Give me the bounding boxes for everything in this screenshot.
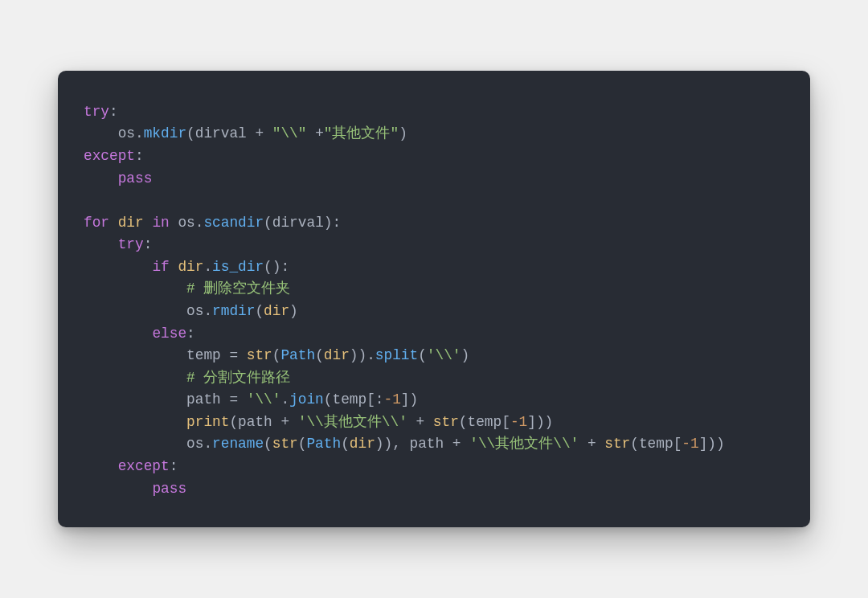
code-token: + (306, 125, 323, 141)
code-token: : (170, 458, 178, 474)
code-line: pass (84, 481, 186, 497)
code-token: rename (212, 436, 264, 452)
code-line: os.rmdir(dir) (84, 303, 298, 319)
code-token: except (84, 148, 135, 164)
code-token: split (375, 347, 418, 363)
code-token: # 删除空文件夹 (186, 281, 290, 297)
code-token: = (221, 391, 247, 408)
code-token: dirval (195, 125, 247, 141)
code-line: if dir.is_dir(): (84, 259, 289, 275)
code-token: ])) (527, 414, 553, 430)
code-token: [: (366, 391, 383, 408)
code-token: + (407, 414, 433, 430)
code-line: except: (84, 148, 144, 164)
code-line: # 删除空文件夹 (84, 281, 290, 297)
code-line: print(path + '\\其他文件\\' + str(temp[-1])) (84, 414, 553, 430)
code-token: temp (639, 436, 674, 452)
code-token (109, 215, 118, 231)
code-token: path (238, 414, 272, 430)
code-token: if (152, 259, 169, 275)
code-token: . (203, 436, 212, 452)
code-token: str (433, 414, 459, 430)
code-token: ( (186, 125, 195, 141)
code-token: : (135, 148, 144, 164)
code-token: [ (674, 436, 682, 452)
code-token: '\\其他文件\\' (469, 436, 579, 452)
code-token: . (195, 215, 204, 231)
code-token: ( (298, 436, 307, 452)
code-token: temp (468, 414, 502, 430)
code-token: is_dir (212, 259, 264, 275)
code-token: os (178, 215, 194, 231)
code-line: path = '\\'.join(temp[:-1]) (84, 391, 418, 408)
code-token: rmdir (212, 303, 255, 319)
code-block: try: os.mkdir(dirval + "\\" +"其他文件") exc… (84, 101, 784, 500)
code-token: else (152, 326, 186, 342)
code-token: ( (264, 215, 272, 231)
code-token: except (118, 458, 170, 474)
code-token: ( (418, 347, 427, 363)
code-token: Path (280, 347, 315, 363)
code-token: os (118, 125, 135, 141)
code-token: ])) (699, 436, 725, 452)
code-token: . (203, 303, 212, 319)
code-token: scandir (203, 215, 264, 231)
code-token: ( (341, 436, 350, 452)
code-token: = (221, 347, 247, 363)
code-line: pass (84, 170, 152, 186)
code-token: path (410, 436, 444, 452)
code-token: try (84, 104, 109, 120)
code-token: . (135, 125, 144, 141)
code-line: except: (84, 458, 178, 474)
code-token: pass (152, 481, 186, 497)
code-token: ) (399, 125, 407, 141)
code-token: ) (289, 303, 298, 319)
code-card: try: os.mkdir(dirval + "\\" +"其他文件") exc… (58, 71, 810, 527)
code-token: dir (324, 347, 350, 363)
code-line: os.rename(str(Path(dir)), path + '\\其他文件… (84, 436, 725, 452)
code-token: -1 (510, 414, 527, 430)
code-token: "其他文件" (324, 125, 399, 141)
code-token (144, 215, 153, 231)
code-token: pass (118, 170, 153, 186)
code-token: dir (118, 215, 144, 231)
code-token: dir (178, 259, 203, 275)
code-token: temp (332, 391, 366, 408)
code-token: mkdir (144, 125, 186, 141)
code-line: os.mkdir(dirval + "\\" +"其他文件") (84, 125, 407, 141)
code-token: ): (324, 215, 341, 231)
code-token: ( (255, 303, 264, 319)
code-token: str (247, 347, 272, 363)
code-token (170, 215, 178, 231)
code-token: in (152, 215, 169, 231)
code-line: else: (84, 326, 195, 342)
code-token: ( (315, 347, 324, 363)
code-token: ]) (401, 391, 418, 408)
code-token: -1 (384, 391, 401, 408)
code-token: "\\" (272, 125, 307, 141)
code-token: str (272, 436, 298, 452)
code-token: [ (502, 414, 510, 430)
code-token: os (186, 303, 203, 319)
code-token: '\\' (427, 347, 461, 363)
code-token: # 分割文件路径 (186, 370, 290, 386)
code-token: '\\其他文件\\' (298, 414, 407, 430)
code-token (170, 259, 178, 275)
code-token: ( (459, 414, 468, 430)
code-token: ) (461, 347, 470, 363)
code-token: + (247, 125, 272, 141)
code-token: dir (264, 303, 289, 319)
code-token: : (144, 236, 153, 252)
code-token: ( (229, 414, 238, 430)
code-token: )). (350, 347, 375, 363)
code-token: try (118, 236, 144, 252)
code-token: path (186, 391, 221, 408)
code-token: -1 (682, 436, 698, 452)
code-token: ( (630, 436, 639, 452)
code-token: print (186, 414, 229, 430)
code-line: temp = str(Path(dir)).split('\\') (84, 347, 469, 363)
code-line: # 分割文件路径 (84, 370, 290, 386)
code-token: temp (186, 347, 221, 363)
code-token: + (272, 414, 298, 430)
code-token: )), (375, 436, 410, 452)
